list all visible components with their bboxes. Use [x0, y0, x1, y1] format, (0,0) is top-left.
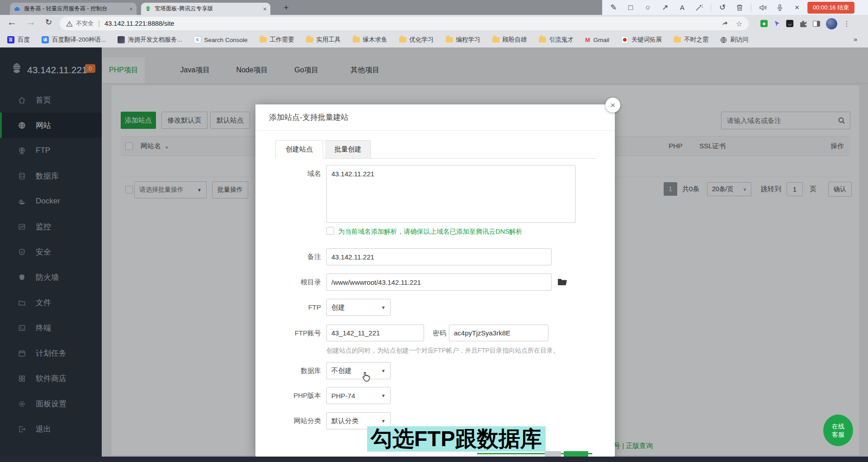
bookmark-item[interactable]: 刷访问: [720, 36, 749, 44]
ftp-user-label: FTP账号: [255, 325, 321, 342]
root-dir-input[interactable]: [326, 273, 552, 291]
chevron-down-icon: ▼: [381, 368, 386, 373]
ftp-select[interactable]: 创建▼: [326, 299, 391, 316]
tab-close-icon[interactable]: ×: [129, 5, 133, 13]
browse-folder-icon[interactable]: [557, 278, 567, 287]
remark-input[interactable]: [326, 248, 552, 265]
tencent-cloud-favicon: [14, 5, 21, 13]
recorder-close-icon[interactable]: ×: [788, 3, 806, 12]
trash-icon[interactable]: [731, 4, 748, 11]
dns-resolve-checkbox[interactable]: [326, 227, 334, 235]
bt-panel-favicon: [145, 5, 151, 12]
bookmark-item[interactable]: 工作需要: [259, 36, 294, 44]
toolbar-divider: [711, 4, 711, 12]
microphone-icon[interactable]: [771, 4, 788, 11]
dns-resolve-note: 为当前域名添加解析，请确保以上域名已添加至腾讯云DNS解析: [338, 227, 523, 236]
folder-icon: [306, 37, 313, 42]
site-avatar-icon: [118, 36, 125, 43]
database-select[interactable]: 不创建▼: [326, 362, 391, 379]
omnibox[interactable]: 不安全 | 43.142.11.221:8888/site ☆: [60, 17, 749, 30]
speaker-icon[interactable]: [754, 4, 771, 11]
bookmark-item[interactable]: 译百度翻译-200种语...: [42, 36, 106, 44]
folder-icon: [674, 37, 681, 42]
extension-icons: ◆ ◡ ⋮: [760, 17, 850, 30]
domain-textarea[interactable]: 43.142.11.221: [326, 165, 576, 223]
forward-icon[interactable]: →: [26, 17, 36, 28]
bookmark-item[interactable]: 不时之需: [674, 36, 708, 44]
rectangle-tool-icon[interactable]: □: [622, 3, 639, 12]
tab-title: 服务器 - 轻量应用服务器 - 控制台: [24, 5, 126, 13]
root-dir-label: 根目录: [255, 273, 321, 291]
video-caption: 勾选FTP跟数据库: [367, 426, 546, 452]
php-version-select[interactable]: PHP-74▼: [326, 387, 391, 404]
not-secure-warning-icon: [66, 20, 73, 27]
magic-wand-icon[interactable]: [691, 4, 708, 11]
search-console-icon: S: [194, 36, 201, 43]
bookmark-item[interactable]: 关键词拓展: [621, 36, 662, 44]
browser-tab-bt-panel[interactable]: 宝塔面板-腾讯云专享版 ×: [141, 3, 270, 15]
ftp-label: FTP: [255, 299, 321, 316]
back-icon[interactable]: ←: [7, 17, 17, 28]
bookmark-item[interactable]: 引流鬼才: [539, 36, 574, 44]
bookmark-item[interactable]: 编程学习: [446, 36, 481, 44]
security-label: 不安全: [76, 19, 94, 28]
bookmark-item[interactable]: MGmail: [585, 37, 609, 43]
bookmark-item[interactable]: 优化学习: [399, 36, 434, 44]
domain-label: 域名: [255, 165, 321, 182]
gmail-icon: M: [585, 37, 590, 43]
button-fragment-green: [564, 451, 588, 457]
side-panel-icon[interactable]: [813, 21, 820, 27]
tab-title: 宝塔面板-腾讯云专享版: [155, 5, 259, 13]
ellipse-tool-icon[interactable]: ○: [639, 3, 656, 12]
omnibox-divider: |: [98, 19, 100, 28]
tab-close-icon[interactable]: ×: [263, 5, 267, 13]
ftp-user-input[interactable]: [326, 325, 424, 341]
recording-timer-button[interactable]: 00:00:16 结束: [807, 2, 854, 14]
modal-close-button[interactable]: ×: [605, 98, 620, 113]
tab-create-site[interactable]: 创建站点: [275, 140, 323, 159]
translate-icon: 译: [42, 36, 49, 43]
chevron-down-icon: ▼: [381, 393, 386, 398]
button-fragment-gray: [545, 451, 561, 457]
browser-tab-server[interactable]: 服务器 - 轻量应用服务器 - 控制台 ×: [10, 3, 137, 15]
arrow-tool-icon[interactable]: ↗: [656, 3, 674, 12]
browser-menu-icon[interactable]: ⋮: [843, 19, 850, 28]
keyword-tool-icon: [621, 36, 628, 43]
extensions-puzzle-icon[interactable]: [799, 20, 807, 28]
folder-icon: [353, 37, 360, 42]
mouse-hand-cursor: [362, 371, 371, 383]
bookmark-item[interactable]: 海拥开发文档服务...: [118, 36, 182, 44]
bookmarks-overflow-chevron[interactable]: »: [854, 35, 857, 43]
online-support-button[interactable]: 在线 客服: [823, 415, 853, 446]
pencil-icon[interactable]: ✎: [605, 3, 622, 12]
undo-icon[interactable]: ↺: [714, 3, 731, 12]
bookmark-item[interactable]: SSearch Console: [194, 36, 248, 43]
extension-black-icon[interactable]: ◡: [786, 20, 793, 27]
ftp-password-input[interactable]: [449, 325, 548, 341]
profile-avatar[interactable]: [826, 18, 837, 29]
screen: 服务器 - 轻量应用服务器 - 控制台 × 宝塔面板-腾讯云专享版 × + ✎ …: [0, 0, 868, 462]
database-label: 数据库: [255, 362, 321, 379]
url-text: 43.142.11.221:8888/site: [104, 20, 722, 27]
text-tool-icon[interactable]: A: [674, 4, 691, 11]
php-version-label: PHP版本: [255, 387, 321, 404]
site-category-label: 网站分类: [255, 412, 321, 429]
modal-tabs: 创建站点 批量创建: [275, 140, 597, 159]
extension-green-icon[interactable]: ◆: [760, 20, 768, 27]
share-icon[interactable]: [722, 20, 729, 27]
toolbar-divider: [751, 4, 751, 12]
ftp-help-text: 创建站点的同时，为站点创建一个对应FTP帐户，并且FTP目录指向站点所在目录。: [326, 347, 559, 355]
browser-toolbar: ← → ↻ 不安全 | 43.142.11.221:8888/site ☆ ◆ …: [0, 15, 868, 32]
bookmark-item[interactable]: 百百度: [7, 36, 30, 44]
bookmark-item[interactable]: 实用工具: [306, 36, 341, 44]
bookmark-item[interactable]: 顾盼自雄: [492, 36, 527, 44]
bookmark-star-icon[interactable]: ☆: [736, 19, 742, 28]
folder-icon: [259, 37, 267, 42]
bookmark-item[interactable]: 缘木求鱼: [353, 36, 387, 44]
extension-cursor-icon[interactable]: [774, 20, 780, 27]
recorder-toolbar: ✎ □ ○ ↗ A ↺ × 00:00:16 结束: [602, 0, 868, 15]
tab-batch-create[interactable]: 批量创建: [325, 140, 371, 159]
reload-icon[interactable]: ↻: [45, 17, 52, 27]
new-tab-button[interactable]: +: [280, 2, 292, 14]
bottom-edge-strip: [0, 457, 868, 462]
